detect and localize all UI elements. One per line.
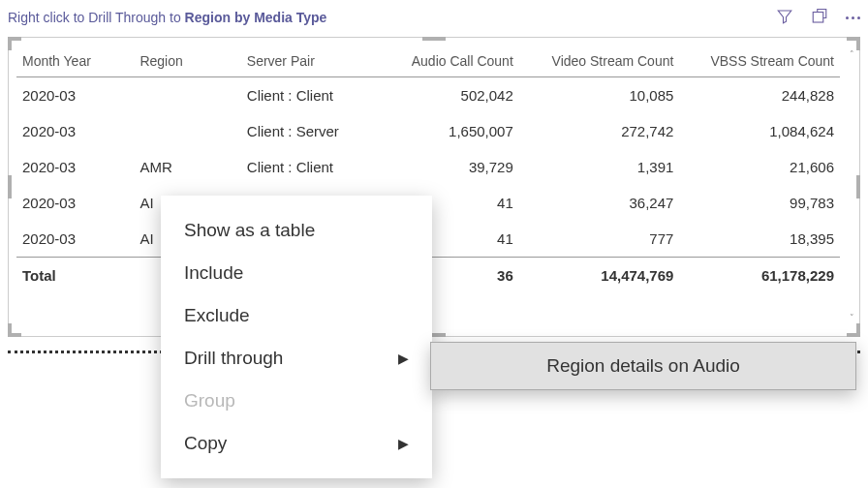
focus-mode-icon[interactable] — [811, 8, 828, 28]
total-vbss: 61,178,229 — [679, 258, 840, 294]
context-menu: Show as a table Include Exclude Drill th… — [161, 196, 432, 478]
cell-vbss: 244,828 — [679, 77, 840, 114]
col-month-year[interactable]: Month Year — [16, 46, 134, 77]
cell-region — [134, 77, 240, 114]
cell-audio: 39,729 — [380, 149, 519, 185]
cell-vbss: 21,606 — [679, 149, 840, 185]
more-options-icon[interactable] — [846, 16, 860, 19]
table-header-row: Month Year Region Server Pair Audio Call… — [16, 46, 840, 77]
table-row[interactable]: 2020-03 AMR Client : Client 39,729 1,391… — [16, 149, 840, 185]
menu-copy[interactable]: Copy ▶ — [161, 422, 432, 465]
menu-drill-through[interactable]: Drill through ▶ — [161, 337, 432, 380]
cell-month: 2020-03 — [16, 113, 134, 149]
col-audio[interactable]: Audio Call Count — [380, 46, 519, 77]
header-bar: Right click to Drill Through to Region b… — [0, 0, 868, 31]
hint-bold: Region by Media Type — [185, 10, 327, 25]
menu-label: Exclude — [184, 305, 250, 326]
table-row[interactable]: 2020-03 Client : Server 1,650,007 272,74… — [16, 113, 840, 149]
menu-label: Drill through — [184, 348, 283, 369]
cell-video: 1,391 — [519, 149, 680, 185]
cell-month: 2020-03 — [16, 221, 134, 258]
cell-month: 2020-03 — [16, 77, 134, 114]
total-label: Total — [16, 258, 134, 294]
menu-show-as-table[interactable]: Show as a table — [161, 209, 432, 252]
cell-month: 2020-03 — [16, 149, 134, 185]
col-region[interactable]: Region — [134, 46, 240, 77]
menu-label: Copy — [184, 433, 227, 454]
cell-video: 272,742 — [519, 113, 680, 149]
cell-video: 36,247 — [519, 185, 680, 221]
menu-label: Show as a table — [184, 220, 315, 241]
scroll-down-icon[interactable]: ˅ — [847, 313, 856, 324]
resize-handle-top[interactable] — [422, 37, 446, 41]
cell-video: 777 — [519, 221, 680, 258]
menu-include[interactable]: Include — [161, 252, 432, 294]
submenu-region-details-audio[interactable]: Region details on Audio — [431, 343, 855, 389]
cell-vbss: 1,084,624 — [679, 113, 840, 149]
chevron-right-icon: ▶ — [398, 351, 409, 366]
resize-handle-left[interactable] — [8, 175, 12, 198]
resize-handle-tr[interactable] — [847, 37, 860, 50]
cell-server: Client : Server — [241, 113, 381, 149]
chevron-right-icon: ▶ — [398, 436, 409, 451]
table-row[interactable]: 2020-03 Client : Client 502,042 10,085 2… — [16, 77, 840, 114]
col-video[interactable]: Video Stream Count — [519, 46, 680, 77]
cell-region: AMR — [134, 149, 240, 185]
submenu-label: Region details on Audio — [546, 355, 740, 376]
visual-actions — [776, 8, 860, 28]
visual-frame[interactable]: Month Year Region Server Pair Audio Call… — [8, 37, 860, 337]
menu-label: Group — [184, 390, 235, 412]
col-server-pair[interactable]: Server Pair — [241, 46, 381, 77]
vertical-scrollbar[interactable]: ˄ ˅ — [847, 49, 856, 324]
cell-audio: 1,650,007 — [380, 113, 519, 149]
menu-label: Include — [184, 262, 243, 284]
resize-handle-br[interactable] — [847, 323, 860, 337]
cell-region — [134, 113, 240, 149]
cell-month: 2020-03 — [16, 185, 134, 221]
menu-group: Group — [161, 380, 432, 422]
scroll-up-icon[interactable]: ˄ — [847, 49, 856, 61]
filter-icon[interactable] — [776, 8, 793, 28]
resize-handle-right[interactable] — [856, 175, 860, 198]
col-vbss[interactable]: VBSS Stream Count — [679, 46, 840, 77]
cell-server: Client : Client — [241, 149, 381, 185]
total-video: 14,474,769 — [519, 258, 680, 294]
hint-text: Right click to Drill Through to Region b… — [8, 10, 326, 25]
hint-prefix: Right click to Drill Through to — [8, 10, 185, 25]
cell-audio: 502,042 — [380, 77, 519, 114]
cell-vbss: 18,395 — [679, 221, 840, 258]
cell-video: 10,085 — [519, 77, 680, 114]
svg-rect-0 — [813, 12, 823, 22]
cell-server: Client : Client — [241, 77, 381, 114]
drill-through-submenu: Region details on Audio — [430, 342, 856, 390]
menu-exclude[interactable]: Exclude — [161, 294, 432, 337]
cell-vbss: 99,783 — [679, 185, 840, 221]
